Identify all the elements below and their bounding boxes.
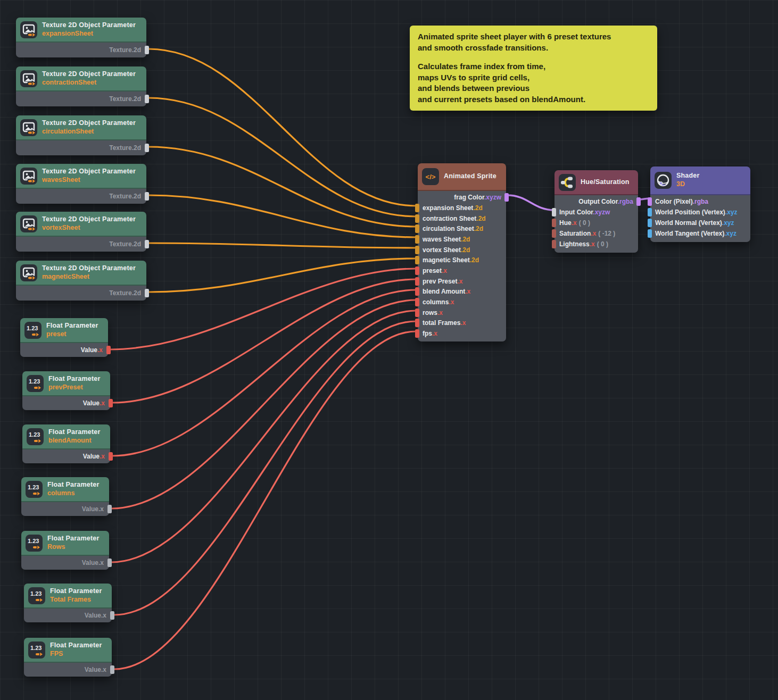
port-texture-output[interactable] <box>145 289 149 297</box>
port-texture-output[interactable] <box>145 95 149 103</box>
node-float-rows[interactable]: 1.23 Float Parameter Rows Value.x <box>21 531 109 570</box>
node-hue-saturation[interactable]: Hue/Saturation Output Color.rgba Input C… <box>554 170 638 253</box>
wire-wavessheet[interactable] <box>148 195 416 237</box>
port-texture-output[interactable] <box>145 192 149 201</box>
port-value-output[interactable] <box>109 452 113 461</box>
wire-magneticsheet[interactable] <box>148 259 416 292</box>
node-title: Float Parameter <box>47 481 99 489</box>
port-fps-input[interactable] <box>415 329 419 338</box>
port-value-output[interactable] <box>106 346 111 354</box>
port-rows-input[interactable] <box>415 309 419 317</box>
port-value-output[interactable] <box>110 611 114 620</box>
note-line: and current presets based on blendAmount… <box>418 94 649 105</box>
port-saturation[interactable] <box>552 229 556 238</box>
node-texture-expansionsheet[interactable]: Texture 2D Object Parameter expansionShe… <box>16 18 146 57</box>
port-contraction-sheet-input[interactable] <box>415 214 419 223</box>
input-label: blend Amount <box>423 288 465 295</box>
float-number-icon: 1.23 <box>28 587 45 604</box>
output-suffix: .xyzw <box>484 194 501 201</box>
wire-preset[interactable] <box>110 269 416 349</box>
node-header: 1.23 Float Parameter Rows <box>21 531 109 556</box>
port-total-frames-input[interactable] <box>415 319 419 327</box>
input-label: waves Sheet <box>423 236 461 243</box>
hue-saturation-icon <box>559 174 576 191</box>
port-texture-output[interactable] <box>145 240 149 248</box>
port-preset-input[interactable] <box>415 266 419 275</box>
port-color-pixel[interactable] <box>648 197 652 206</box>
node-shader-3d[interactable]: Shader 3D Color (Pixel).rgba World Posit… <box>650 166 750 242</box>
input-row-world-position: World Position (Vertex).xyz <box>650 207 750 218</box>
node-param-name: Total Frames <box>50 596 102 604</box>
port-waves-sheet-input[interactable] <box>415 235 419 244</box>
node-subtitle: 3D <box>676 180 700 189</box>
node-header: </> Animated Sprite <box>418 163 506 191</box>
node-float-preset[interactable]: 1.23 Float Parameter preset Value.x <box>20 318 108 357</box>
port-columns-input[interactable] <box>415 298 419 306</box>
node-animated-sprite[interactable]: </> Animated Sprite frag Color.xyzw expa… <box>418 163 506 341</box>
input-label: magnetic Sheet <box>423 256 470 264</box>
port-magnetic-sheet-input[interactable] <box>415 256 419 264</box>
node-float-totalframes[interactable]: 1.23 Float Parameter Total Frames Value.… <box>24 584 112 622</box>
port-value-output[interactable] <box>109 399 113 407</box>
float-number-icon: 1.23 <box>28 641 45 659</box>
wire-prevpreset[interactable] <box>112 279 416 403</box>
port-blend-amount-input[interactable] <box>415 287 419 296</box>
node-texture-wavessheet[interactable]: Texture 2D Object Parameter wavesSheet T… <box>16 164 146 204</box>
port-world-normal[interactable] <box>648 219 652 227</box>
wire-vortexsheet[interactable] <box>148 243 416 248</box>
port-value-output[interactable] <box>107 505 112 513</box>
port-prev-preset-input[interactable] <box>415 277 419 286</box>
wire-columns[interactable] <box>111 300 416 509</box>
node-float-blendamount[interactable]: 1.23 Float Parameter blendAmount Value.x <box>22 424 110 463</box>
port-circulation-sheet-input[interactable] <box>415 224 419 233</box>
wire-rows[interactable] <box>111 311 416 562</box>
node-title: Shader <box>676 172 700 180</box>
input-suffix: .2d <box>470 256 479 264</box>
port-texture-output[interactable] <box>145 144 149 152</box>
wire-totalframes[interactable] <box>114 321 416 615</box>
port-output-color[interactable] <box>636 197 641 206</box>
node-float-prevpreset[interactable]: 1.23 Float Parameter prevPreset Value.x <box>22 371 110 410</box>
node-title: Texture 2D Object Parameter <box>42 21 136 30</box>
port-value-output[interactable] <box>107 559 112 567</box>
port-frag-color-output[interactable] <box>504 193 509 202</box>
texture-2d-icon <box>20 168 37 185</box>
port-world-position[interactable] <box>648 208 652 216</box>
node-header: Texture 2D Object Parameter circulationS… <box>16 115 146 140</box>
comment-note[interactable]: Animated sprite sheet player with 6 pres… <box>410 26 657 111</box>
port-value-output[interactable] <box>110 665 114 674</box>
float-number-icon: 1.23 <box>26 535 43 552</box>
port-hue[interactable] <box>552 219 556 227</box>
input-row-saturation: Saturation.x( -12 ) <box>554 228 638 239</box>
output-port-label: Value <box>83 399 100 407</box>
node-title: Float Parameter <box>50 587 102 596</box>
wire-blendamount[interactable] <box>112 290 416 456</box>
wire-expansionsheet[interactable] <box>148 49 416 206</box>
input-suffix: .2d <box>474 225 483 232</box>
note-spacer <box>418 53 649 61</box>
output-port-suffix: .2d <box>132 289 141 297</box>
port-expansion-sheet-input[interactable] <box>415 204 419 212</box>
port-vortex-sheet-input[interactable] <box>415 246 419 254</box>
wire-circulationsheet[interactable] <box>148 147 416 227</box>
node-texture-vortexsheet[interactable]: Texture 2D Object Parameter vortexSheet … <box>16 212 146 252</box>
node-header: Hue/Saturation <box>554 170 638 195</box>
node-texture-magneticsheet[interactable]: Texture 2D Object Parameter magneticShee… <box>16 261 146 301</box>
node-body: frag Color.xyzw expansion Sheet.2d contr… <box>418 191 506 341</box>
texture-2d-icon <box>20 21 37 38</box>
node-float-columns[interactable]: 1.23 Float Parameter columns Value.x <box>21 477 109 516</box>
input-row-vortex-sheet: vortex Sheet.2d <box>418 245 506 255</box>
wire-fps[interactable] <box>114 331 416 669</box>
node-float-fps[interactable]: 1.23 Float Parameter FPS Value.x <box>24 638 112 677</box>
port-lightness[interactable] <box>552 240 556 248</box>
port-input-color[interactable] <box>552 208 556 216</box>
node-texture-contractionsheet[interactable]: Texture 2D Object Parameter contractionS… <box>16 66 146 106</box>
input-row-rows: rows.x <box>418 307 506 318</box>
input-suffix: .x <box>590 240 595 248</box>
node-graph-canvas[interactable]: { "note": { "line1": "Animated sprite sh… <box>0 0 778 700</box>
port-texture-output[interactable] <box>145 46 149 54</box>
svg-text:1.23: 1.23 <box>28 538 39 544</box>
node-texture-circulationsheet[interactable]: Texture 2D Object Parameter circulationS… <box>16 115 146 155</box>
wire-fragcolor-to-inputcolor[interactable] <box>507 195 554 210</box>
port-world-tangent[interactable] <box>648 229 652 238</box>
